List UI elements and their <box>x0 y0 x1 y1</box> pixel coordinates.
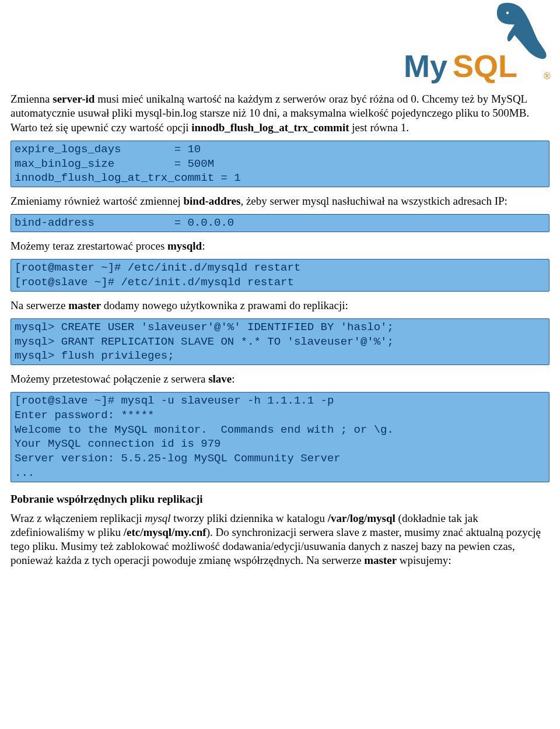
paragraph-server-id: Zmienna server-id musi mieć unikalną war… <box>10 92 550 135</box>
code-block-restart: [root@master ~]# /etc/init.d/mysqld rest… <box>10 259 550 291</box>
text-bold: mysqld <box>167 240 202 252</box>
code-block-connect: [root@slave ~]# mysql -u slaveuser -h 1.… <box>10 392 550 482</box>
code-block-bind: bind-address = 0.0.0.0 <box>10 214 550 232</box>
text: Możemy przetestować połączenie z serwera <box>10 373 208 385</box>
text-bold: server-id <box>52 93 94 105</box>
code-block-create-user: mysql> CREATE USER 'slaveuser'@'%' IDENT… <box>10 318 550 365</box>
text-bold: bind-addres <box>184 195 241 207</box>
text-italic: mysql <box>145 512 170 524</box>
text: Wraz z włączeniem replikacji <box>10 512 145 524</box>
text: wpisujemy: <box>397 554 451 566</box>
paragraph-master-user: Na serwerze master dodamy nowego użytkow… <box>10 299 550 313</box>
code-block-config: expire_logs_days = 10 max_binlog_size = … <box>10 141 550 187</box>
paragraph-bind-address: Zmieniamy również wartość zmiennej bind-… <box>10 194 550 208</box>
text-bold: master <box>68 299 101 311</box>
text: Możemy teraz zrestartować proces <box>10 240 167 252</box>
text-bold: master <box>364 554 397 566</box>
svg-text:®: ® <box>544 71 551 81</box>
text-bold: slave <box>208 373 232 385</box>
text: jest równa 1. <box>349 121 409 134</box>
text-bold: /var/log/mysql <box>328 512 396 524</box>
paragraph-test-slave: Możemy przetestować połączenie z serwera… <box>10 372 550 386</box>
heading-replication-coords: Pobranie współrzędnych pliku replikacji <box>10 493 550 506</box>
paragraph-restart: Możemy teraz zrestartować proces mysqld: <box>10 239 550 253</box>
text-bold: innodb_flush_log_at_trx_commit <box>191 121 349 134</box>
text-bold: /etc/mysql/my.cnf <box>124 526 206 538</box>
text: : <box>232 373 235 385</box>
text: dodamy nowego użytkownika z prawami do r… <box>101 299 348 311</box>
text: Zmienna <box>10 93 52 105</box>
svg-text:My: My <box>404 48 447 83</box>
text: tworzy pliki dziennika w katalogu <box>171 512 328 524</box>
text: : <box>202 240 205 252</box>
text: Na serwerze <box>10 299 68 311</box>
svg-point-0 <box>506 12 509 14</box>
svg-text:SQL: SQL <box>453 48 517 83</box>
text: , żeby serwer mysql nasłuchiwał na wszys… <box>240 195 507 207</box>
mysql-logo: My SQL ® <box>404 0 555 90</box>
text: Zmieniamy również wartość zmiennej <box>10 195 184 207</box>
paragraph-replication-explain: Wraz z włączeniem replikacji mysql tworz… <box>10 511 550 568</box>
